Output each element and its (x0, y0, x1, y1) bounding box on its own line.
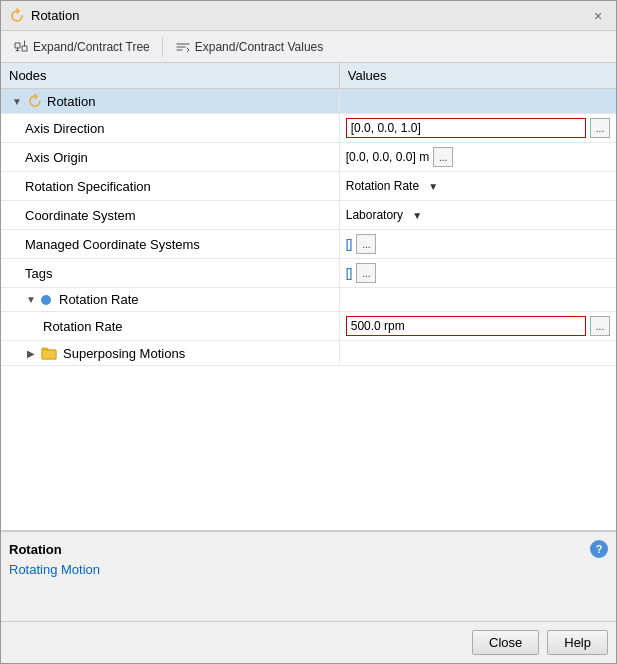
col-nodes-header: Nodes (1, 63, 339, 89)
axis-direction-label: Axis Direction (25, 121, 104, 136)
table-row[interactable]: ▶ Superposing Motions (1, 341, 616, 366)
superposing-motions-label: Superposing Motions (63, 346, 185, 361)
toolbar-separator (162, 37, 163, 57)
table-row[interactable]: ▼ Rotation Rate (1, 288, 616, 312)
node-cell: ▼ Rotation Rate (1, 288, 339, 312)
rotation-spec-value: Rotation Rate (346, 179, 419, 193)
bottom-panel: Rotation ? Rotating Motion (1, 531, 616, 621)
rotation-rate-dots-button[interactable]: ... (590, 316, 610, 336)
table-row[interactable]: ▼ Rotation (1, 89, 616, 114)
table-row[interactable]: Axis Direction [0.0, 0.0, 1.0] ... (1, 114, 616, 143)
node-cell: Rotation Specification (1, 172, 339, 201)
tags-dots-button[interactable]: ... (356, 263, 376, 283)
expand-values-icon (175, 39, 191, 55)
rotation-rate-label: Rotation Rate (43, 319, 123, 334)
axis-origin-label: Axis Origin (25, 150, 88, 165)
value-cell-rotation-rate: 500.0 rpm ... (339, 312, 616, 341)
table-row[interactable]: Coordinate System Laboratory ▼ (1, 201, 616, 230)
managed-coord-value: [] (346, 237, 353, 251)
expand-tree-icon (13, 39, 29, 55)
coord-system-label: Coordinate System (25, 208, 136, 223)
tags-label: Tags (25, 266, 52, 281)
table-row[interactable]: Managed Coordinate Systems [] ... (1, 230, 616, 259)
value-cell-rotation-spec: Rotation Rate ▼ (339, 172, 616, 201)
table-header-row: Nodes Values (1, 63, 616, 89)
value-cell-tags: [] ... (339, 259, 616, 288)
rotation-title-icon (9, 8, 25, 24)
node-cell: ▶ Superposing Motions (1, 341, 339, 366)
tags-value: [] (346, 266, 353, 280)
expand-tree-label: Expand/Contract Tree (33, 40, 150, 54)
axis-direction-dots-button[interactable]: ... (590, 118, 610, 138)
node-cell: Coordinate System (1, 201, 339, 230)
rotation-spec-label: Rotation Specification (25, 179, 151, 194)
value-cell-managed-coord: [] ... (339, 230, 616, 259)
coord-system-dropdown-icon[interactable]: ▼ (407, 205, 427, 225)
properties-table: Nodes Values ▼ (1, 63, 616, 366)
value-cell-rotation (339, 89, 616, 114)
coord-system-value: Laboratory (346, 208, 403, 222)
table-row[interactable]: Axis Origin [0.0, 0.0, 0.0] m ... (1, 143, 616, 172)
axis-origin-dots-button[interactable]: ... (433, 147, 453, 167)
close-icon[interactable]: × (588, 6, 608, 26)
rotation-node-icon (27, 93, 43, 109)
title-bar-left: Rotation (9, 8, 79, 24)
window-title: Rotation (31, 8, 79, 23)
expand-contract-tree-button[interactable]: Expand/Contract Tree (9, 37, 154, 57)
expand-values-label: Expand/Contract Values (195, 40, 324, 54)
node-cell: Axis Direction (1, 114, 339, 143)
value-cell-superposing (339, 341, 616, 366)
axis-direction-value[interactable]: [0.0, 0.0, 1.0] (346, 118, 586, 138)
rotation-rate-value[interactable]: 500.0 rpm (346, 316, 586, 336)
expand-contract-values-button[interactable]: Expand/Contract Values (171, 37, 328, 57)
managed-coord-label: Managed Coordinate Systems (25, 237, 200, 252)
table-row[interactable]: Rotation Rate 500.0 rpm ... (1, 312, 616, 341)
value-cell-coord-system: Laboratory ▼ (339, 201, 616, 230)
superposing-folder-icon (41, 345, 57, 361)
svg-rect-0 (42, 350, 56, 359)
properties-table-container: Nodes Values ▼ (1, 63, 616, 531)
chevron-down-icon[interactable]: ▼ (25, 294, 37, 306)
axis-origin-value: [0.0, 0.0, 0.0] m (346, 150, 429, 164)
dialog-footer: Close Help (1, 621, 616, 663)
bottom-panel-title-text: Rotation (9, 542, 62, 557)
value-cell-rotation-rate-group (339, 288, 616, 312)
node-cell: Managed Coordinate Systems (1, 230, 339, 259)
managed-coord-dots-button[interactable]: ... (356, 234, 376, 254)
close-button[interactable]: Close (472, 630, 539, 655)
value-cell-axis-origin: [0.0, 0.0, 0.0] m ... (339, 143, 616, 172)
table-row[interactable]: Rotation Specification Rotation Rate ▼ (1, 172, 616, 201)
table-row[interactable]: Tags [] ... (1, 259, 616, 288)
help-button[interactable]: Help (547, 630, 608, 655)
chevron-down-icon[interactable]: ▼ (11, 95, 23, 107)
node-cell: Tags (1, 259, 339, 288)
rotation-rate-group-icon (41, 295, 51, 305)
rotation-label: Rotation (47, 94, 95, 109)
node-cell: Axis Origin (1, 143, 339, 172)
chevron-right-icon[interactable]: ▶ (25, 347, 37, 359)
rotation-spec-dropdown-icon[interactable]: ▼ (423, 176, 443, 196)
node-cell: ▼ Rotation (1, 89, 339, 114)
title-bar: Rotation × (1, 1, 616, 31)
toolbar: Expand/Contract Tree Expand/Contract Val… (1, 31, 616, 63)
col-values-header: Values (339, 63, 616, 89)
bottom-panel-header: Rotation ? (9, 540, 608, 558)
rotation-dialog: Rotation × Expand/Contract Tree (0, 0, 617, 664)
rotating-motion-link[interactable]: Rotating Motion (9, 562, 100, 577)
value-cell-axis-direction: [0.0, 0.0, 1.0] ... (339, 114, 616, 143)
rotation-rate-group-label: Rotation Rate (59, 292, 139, 307)
help-circle-icon[interactable]: ? (590, 540, 608, 558)
node-cell: Rotation Rate (1, 312, 339, 341)
